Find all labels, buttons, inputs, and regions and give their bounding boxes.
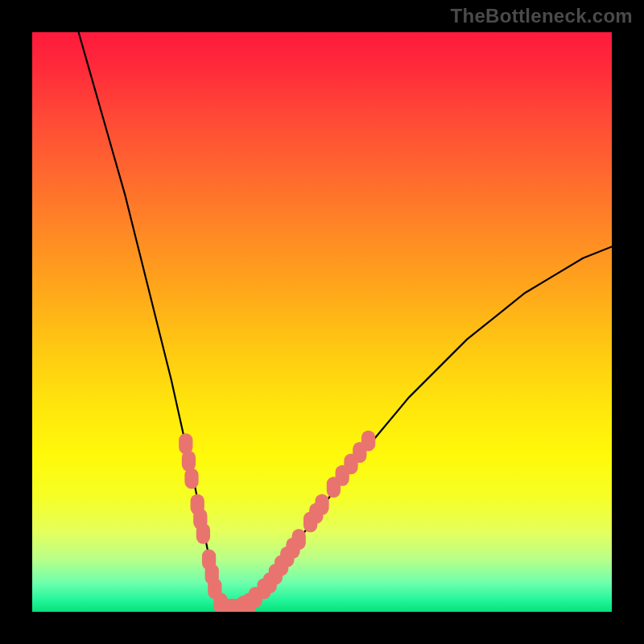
watermark-text: TheBottleneck.com [451, 5, 633, 27]
marker [196, 523, 210, 544]
marker [315, 494, 328, 515]
marker [292, 529, 306, 550]
plot-area [32, 32, 612, 612]
marker [184, 468, 198, 489]
marker [361, 431, 375, 452]
chart-overlay [32, 32, 612, 612]
markers-group [179, 431, 375, 612]
curve-line [79, 32, 612, 609]
frame: TheBottleneck.com [0, 0, 644, 644]
